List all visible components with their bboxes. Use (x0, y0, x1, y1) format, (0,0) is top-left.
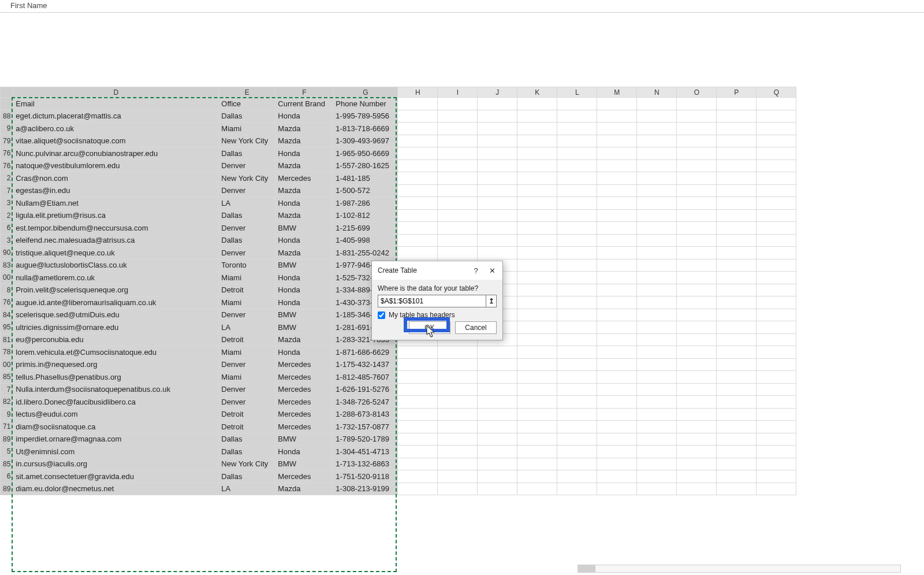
data-cell[interactable]: BMW (275, 309, 333, 321)
empty-cell[interactable] (677, 333, 717, 346)
empty-cell[interactable] (757, 284, 796, 296)
empty-cell[interactable] (637, 458, 677, 470)
empty-cell[interactable] (597, 309, 637, 321)
empty-cell[interactable] (757, 247, 796, 259)
data-cell[interactable]: Miami (219, 346, 275, 359)
empty-cell[interactable] (478, 123, 517, 135)
empty-cell[interactable] (438, 483, 478, 495)
empty-cell[interactable] (557, 172, 597, 185)
empty-cell[interactable] (557, 222, 597, 235)
row-header[interactable]: 76 (1, 159, 13, 172)
empty-cell[interactable] (597, 123, 637, 135)
empty-cell[interactable] (517, 172, 557, 185)
data-cell[interactable]: est.tempor.bibendum@neccursusa.com (13, 222, 219, 235)
empty-cell[interactable] (677, 98, 717, 110)
empty-cell[interactable] (557, 98, 597, 110)
empty-cell[interactable] (557, 346, 597, 359)
empty-cell[interactable] (557, 296, 597, 309)
empty-cell[interactable] (438, 458, 478, 470)
data-cell[interactable]: tristique.aliquet@neque.co.uk (13, 247, 219, 259)
empty-cell[interactable] (438, 209, 478, 222)
empty-cell[interactable] (717, 421, 757, 433)
data-cell[interactable]: LA (219, 197, 275, 210)
empty-cell[interactable] (637, 408, 677, 421)
empty-cell[interactable] (478, 470, 517, 483)
empty-cell[interactable] (557, 383, 597, 396)
empty-cell[interactable] (517, 209, 557, 222)
empty-cell[interactable] (398, 172, 438, 185)
empty-cell[interactable] (757, 110, 796, 123)
column-header[interactable]: P (717, 87, 757, 98)
empty-cell[interactable] (557, 333, 597, 346)
empty-cell[interactable] (398, 247, 438, 259)
data-cell[interactable]: Honda (275, 296, 333, 309)
empty-cell[interactable] (717, 433, 757, 446)
data-cell[interactable]: 1-405-998 (333, 234, 398, 247)
data-cell[interactable]: eleifend.nec.malesuada@atrisus.ca (13, 234, 219, 247)
data-cell[interactable]: 1-288-673-8143 (333, 408, 398, 421)
row-header[interactable]: 85 (1, 458, 13, 470)
data-cell[interactable]: Mazda (275, 333, 333, 346)
empty-cell[interactable] (597, 209, 637, 222)
empty-cell[interactable] (757, 135, 796, 147)
data-cell[interactable]: lorem.vehicula.et@Cumsociisnatoque.edu (13, 346, 219, 359)
empty-cell[interactable] (557, 408, 597, 421)
empty-cell[interactable] (637, 421, 677, 433)
row-header[interactable]: 76 (1, 147, 13, 160)
data-cell[interactable]: Nulla.interdum@sociisnatoquepenatibus.co… (13, 383, 219, 396)
empty-cell[interactable] (677, 433, 717, 446)
empty-cell[interactable] (717, 123, 757, 135)
empty-cell[interactable] (637, 234, 677, 247)
empty-cell[interactable] (398, 446, 438, 458)
data-cell[interactable]: imperdiet.ornare@magnaa.com (13, 433, 219, 446)
data-cell[interactable]: diam.eu.dolor@necmetus.net (13, 483, 219, 495)
empty-cell[interactable] (517, 458, 557, 470)
empty-cell[interactable] (478, 247, 517, 259)
empty-cell[interactable] (398, 358, 438, 371)
data-cell[interactable]: Miami (219, 272, 275, 284)
data-cell[interactable]: eu@perconubia.edu (13, 333, 219, 346)
empty-cell[interactable] (398, 110, 438, 123)
empty-cell[interactable] (517, 333, 557, 346)
empty-cell[interactable] (597, 197, 637, 210)
row-header[interactable]: 00 (1, 358, 13, 371)
row-header[interactable] (1, 98, 13, 110)
data-cell[interactable]: Nunc.pulvinar.arcu@conubianostraper.edu (13, 147, 219, 160)
empty-cell[interactable] (717, 458, 757, 470)
empty-cell[interactable] (398, 421, 438, 433)
empty-cell[interactable] (438, 371, 478, 384)
row-header[interactable]: 71 (1, 421, 13, 433)
empty-cell[interactable] (517, 408, 557, 421)
empty-cell[interactable] (717, 272, 757, 284)
empty-cell[interactable] (597, 159, 637, 172)
empty-cell[interactable] (597, 247, 637, 259)
empty-cell[interactable] (717, 247, 757, 259)
empty-cell[interactable] (478, 458, 517, 470)
empty-cell[interactable] (717, 184, 757, 197)
empty-cell[interactable] (557, 446, 597, 458)
data-cell[interactable]: Mercedes (275, 383, 333, 396)
empty-cell[interactable] (757, 421, 796, 433)
empty-cell[interactable] (478, 446, 517, 458)
empty-cell[interactable] (597, 371, 637, 384)
empty-cell[interactable] (398, 159, 438, 172)
data-cell[interactable]: lectus@eudui.com (13, 408, 219, 421)
data-cell[interactable]: 1-348-726-5247 (333, 396, 398, 409)
range-picker-button[interactable]: ↥ (486, 295, 496, 307)
empty-cell[interactable] (517, 197, 557, 210)
empty-cell[interactable] (757, 446, 796, 458)
row-header[interactable]: 88 (1, 110, 13, 123)
empty-cell[interactable] (478, 222, 517, 235)
headers-checkbox[interactable] (378, 311, 385, 319)
empty-cell[interactable] (517, 446, 557, 458)
empty-cell[interactable] (717, 408, 757, 421)
empty-cell[interactable] (438, 446, 478, 458)
empty-cell[interactable] (637, 110, 677, 123)
empty-cell[interactable] (438, 184, 478, 197)
empty-cell[interactable] (438, 470, 478, 483)
row-header[interactable]: 85 (1, 371, 13, 384)
data-cell[interactable]: Dallas (219, 446, 275, 458)
data-cell[interactable]: ultricies.dignissim@ornare.edu (13, 321, 219, 334)
empty-cell[interactable] (757, 396, 796, 409)
column-header[interactable]: G (333, 87, 398, 98)
